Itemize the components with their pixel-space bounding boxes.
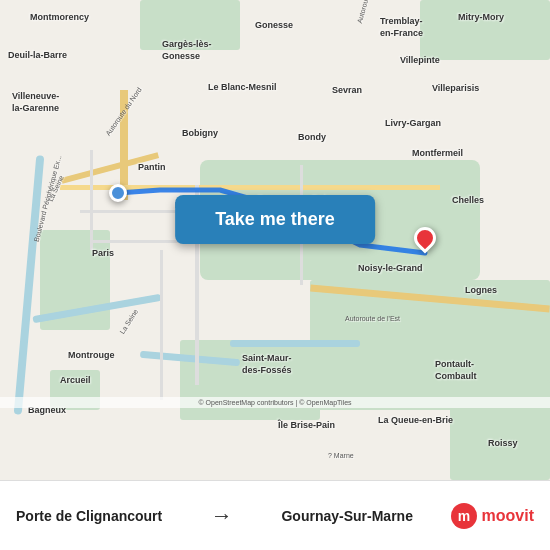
city-montfermeil: Montfermeil <box>412 148 463 158</box>
city-arcueil: Arcueil <box>60 375 91 385</box>
city-ile-brise-pain: Île Brise-Pain <box>278 420 335 430</box>
city-bondy: Bondy <box>298 132 326 142</box>
city-chelles: Chelles <box>452 195 484 205</box>
route-from-label: Porte de Clignancourt <box>16 508 162 524</box>
destination-marker <box>414 227 436 255</box>
city-blanc-mesnil: Le Blanc-Mesnil <box>208 82 277 92</box>
road-label-autoroute-est: Autoroute de l'Est <box>345 315 400 322</box>
city-pantin: Pantin <box>138 162 166 172</box>
city-villepinte: Villepinte <box>400 55 440 65</box>
city-lognes: Lognes <box>465 285 497 295</box>
city-mitry: Mitry-Mory <box>458 12 504 22</box>
route-to: Gournay-Sur-Marne <box>281 508 412 524</box>
city-roissy: Roissy <box>488 438 518 448</box>
city-noisy: Noisy-le-Grand <box>358 263 423 273</box>
city-montmorency: Montmorency <box>30 12 89 22</box>
city-livry: Livry-Gargan <box>385 118 441 128</box>
moovit-logo: m moovit <box>450 502 534 530</box>
svg-text:m: m <box>457 508 469 524</box>
road-label-marne: ? Marne <box>328 452 354 459</box>
bottom-bar: Porte de Clignancourt → Gournay-Sur-Marn… <box>0 480 550 550</box>
map-container: Montmorency Gonesse Tremblay-en-France M… <box>0 0 550 480</box>
origin-marker <box>109 184 127 202</box>
city-tremblay: Tremblay-en-France <box>380 15 423 39</box>
destination-pin <box>409 222 440 253</box>
city-villeneuve: Villeneuve-la-Garenne <box>12 90 59 114</box>
road-horiz <box>80 210 180 213</box>
route-from: Porte de Clignancourt <box>16 508 162 524</box>
city-paris: Paris <box>92 248 114 258</box>
take-me-there-button[interactable]: Take me there <box>175 195 375 244</box>
city-deuil: Deuil-la-Barre <box>8 50 67 60</box>
road-vert <box>90 150 93 250</box>
moovit-icon: m <box>450 502 478 530</box>
green-area-roissy <box>450 380 550 480</box>
green-area-north-east <box>420 0 550 60</box>
city-saint-maur: Saint-Maur-des-Fossés <box>242 352 292 376</box>
city-bobigny: Bobigny <box>182 128 218 138</box>
moovit-text: moovit <box>482 507 534 525</box>
route-arrow: → <box>211 503 233 529</box>
city-villeparisis: Villeparisis <box>432 83 479 93</box>
city-pontault: Pontault-Combault <box>435 358 477 382</box>
city-sevran: Sevran <box>332 85 362 95</box>
route-to-label: Gournay-Sur-Marne <box>281 508 412 524</box>
city-queue-en-brie: La Queue-en-Brie <box>378 415 453 425</box>
road-v2 <box>160 250 163 400</box>
water-marne-east <box>230 340 360 347</box>
city-montrouge: Montrouge <box>68 350 115 360</box>
city-garges: Gargès-lès-Gonesse <box>162 38 212 62</box>
map-attribution: © OpenStreetMap contributors | © OpenMap… <box>0 397 550 408</box>
city-gonesse: Gonesse <box>255 20 293 30</box>
